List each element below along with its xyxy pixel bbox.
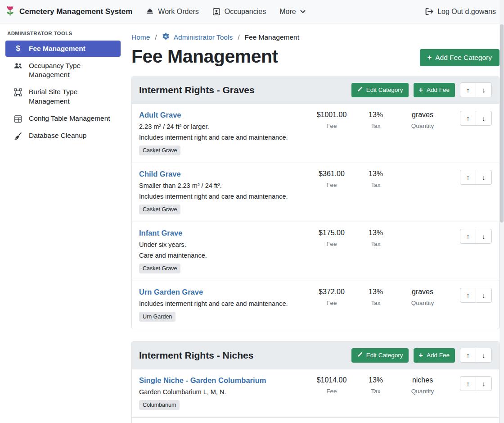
- move-fee-up-button[interactable]: ↑: [460, 229, 476, 244]
- arrow-up-icon: ↑: [466, 351, 470, 359]
- scrollbar-thumb[interactable]: [500, 24, 504, 223]
- edit-category-button[interactable]: Edit Category: [351, 83, 409, 97]
- fee-reorder-buttons: ↑ ↓: [460, 376, 492, 391]
- sidebar-item-config-table-management[interactable]: Config Table Management: [5, 110, 121, 127]
- sidebar-item-database-cleanup[interactable]: Database Cleanup: [5, 127, 121, 144]
- add-fee-button[interactable]: + Add Fee: [414, 83, 455, 97]
- move-category-up-button[interactable]: ↑: [460, 82, 476, 97]
- category-header: Interment Rights - Graves Edit Category …: [132, 76, 499, 104]
- fee-type-badge: Casket Grave: [139, 205, 180, 214]
- breadcrumb-current: Fee Management: [245, 33, 300, 41]
- arrow-up-icon: ↑: [466, 114, 470, 122]
- fee-tax-label: Tax: [356, 388, 395, 395]
- fee-tax-col: 13% Tax: [356, 111, 395, 129]
- fee-amount-col: $361.00 Fee: [307, 170, 356, 188]
- page-title: Fee Management: [131, 45, 278, 68]
- sidebar-item-label: Occupancy Type Management: [29, 61, 116, 79]
- app-brand[interactable]: Cemetery Management System: [5, 5, 132, 18]
- fee-tax-col: 13% Tax: [356, 229, 395, 247]
- fee-description: Includes interment right and care and ma…: [139, 193, 301, 200]
- plus-icon: +: [419, 86, 423, 94]
- fee-tax: 13%: [356, 229, 395, 237]
- sidebar-section-title: ADMINISTRATOR TOOLS: [0, 31, 126, 36]
- move-fee-down-button[interactable]: ↓: [476, 111, 492, 126]
- fee-tax: 13%: [356, 288, 395, 296]
- breadcrumb-label: Administrator Tools: [174, 33, 233, 41]
- add-fee-button[interactable]: + Add Fee: [414, 348, 455, 363]
- sidebar-item-label: Burial Site Type Management: [29, 87, 116, 105]
- move-category-down-button[interactable]: ↓: [476, 348, 492, 363]
- fee-reorder-buttons: ↑ ↓: [460, 170, 492, 185]
- move-category-down-button[interactable]: ↓: [476, 82, 492, 97]
- sidebar-item-fee-management[interactable]: $ Fee Management: [5, 41, 121, 57]
- fee-amount-col: $175.00 Fee: [307, 229, 356, 247]
- arrow-down-icon: ↓: [482, 232, 486, 240]
- move-category-up-button[interactable]: ↑: [460, 348, 476, 363]
- fee-tax: 13%: [356, 111, 395, 119]
- fee-name-link[interactable]: Child Grave: [139, 170, 181, 178]
- fee-name-link[interactable]: Infant Grave: [139, 229, 182, 237]
- sidebar-item-label: Database Cleanup: [29, 131, 86, 140]
- fee-category-card-niches: Interment Rights - Niches Edit Category …: [131, 341, 500, 423]
- fee-name-link[interactable]: Adult Grave: [139, 111, 181, 119]
- logout-link[interactable]: Log Out d.gowans: [425, 7, 496, 16]
- move-fee-down-button[interactable]: ↓: [476, 170, 492, 185]
- move-fee-down-button[interactable]: ↓: [476, 229, 492, 244]
- fee-description: Includes interment right and care and ma…: [139, 300, 301, 307]
- fee-amount: $1001.00: [307, 111, 356, 119]
- vertical-scrollbar[interactable]: [500, 0, 504, 423]
- arrow-down-icon: ↓: [482, 86, 486, 94]
- fee-tax-label: Tax: [356, 241, 395, 247]
- nav-occupancies[interactable]: Occupancies: [212, 8, 266, 16]
- fee-quantity-label: Quantity: [395, 123, 450, 129]
- move-fee-up-button[interactable]: ↑: [460, 170, 476, 185]
- bounding-box-icon: [14, 88, 22, 96]
- arrow-up-icon: ↑: [466, 173, 470, 181]
- fee-tax-col: 13% Tax: [356, 170, 395, 188]
- fee-description: Care and maintenance.: [139, 252, 301, 259]
- nav-work-orders[interactable]: Work Orders: [146, 8, 198, 16]
- move-fee-up-button[interactable]: ↑: [460, 376, 476, 391]
- fee-description: Includes interment right and care and ma…: [139, 134, 301, 141]
- fee-reorder-buttons: ↑ ↓: [460, 288, 492, 303]
- fee-description: Under six years.: [139, 241, 301, 248]
- nav-more[interactable]: More: [279, 8, 305, 16]
- fee-tax-col: 13% Tax: [356, 288, 395, 306]
- fee-row-child-grave: Child Grave Smaller than 2.23 m² / 24 ft…: [132, 163, 499, 222]
- tulip-logo-icon: [5, 5, 15, 18]
- move-fee-up-button[interactable]: ↑: [460, 111, 476, 126]
- move-fee-down-button[interactable]: ↓: [476, 376, 492, 391]
- fee-quantity: graves: [395, 111, 450, 119]
- sidebar-item-label: Fee Management: [29, 44, 86, 53]
- arrow-down-icon: ↓: [482, 351, 486, 359]
- logout-icon: [425, 7, 433, 16]
- fee-name-link[interactable]: Single Niche - Garden Columbarium: [139, 376, 266, 385]
- breadcrumb-label: Home: [131, 33, 150, 41]
- sidebar-item-burial-site-type-management[interactable]: Burial Site Type Management: [5, 84, 121, 109]
- sidebar-item-occupancy-type-management[interactable]: Occupancy Type Management: [5, 58, 121, 83]
- breadcrumb-separator: /: [238, 33, 239, 41]
- fee-type-badge: Casket Grave: [139, 146, 180, 155]
- fee-amount: $1014.00: [307, 376, 356, 384]
- fee-amount-label: Fee: [307, 241, 356, 247]
- move-fee-down-button[interactable]: ↓: [476, 288, 492, 303]
- add-fee-category-button[interactable]: + Add Fee Category: [420, 49, 500, 66]
- fee-quantity-col: graves Quantity: [395, 288, 450, 306]
- fee-name-link[interactable]: Urn Garden Grave: [139, 288, 203, 296]
- sidebar-item-label: Config Table Management: [29, 114, 110, 123]
- breadcrumb-home-link[interactable]: Home: [131, 33, 150, 41]
- admin-sidebar: ADMINISTRATOR TOOLS $ Fee Management Occ…: [0, 23, 126, 145]
- move-fee-up-button[interactable]: ↑: [460, 288, 476, 303]
- table-icon: [14, 115, 22, 123]
- dollar-icon: $: [14, 45, 22, 52]
- fee-amount: $175.00: [307, 229, 356, 237]
- arrow-up-icon: ↑: [466, 291, 470, 299]
- fee-tax-label: Tax: [356, 300, 395, 306]
- fee-quantity: graves: [395, 288, 450, 296]
- breadcrumb-separator: /: [155, 33, 157, 41]
- plus-icon: +: [428, 54, 432, 61]
- nav-label: More: [279, 8, 296, 16]
- hard-hat-icon: [146, 8, 154, 16]
- breadcrumb-admin-tools-link[interactable]: Administrator Tools: [162, 32, 233, 42]
- edit-category-button[interactable]: Edit Category: [351, 348, 409, 363]
